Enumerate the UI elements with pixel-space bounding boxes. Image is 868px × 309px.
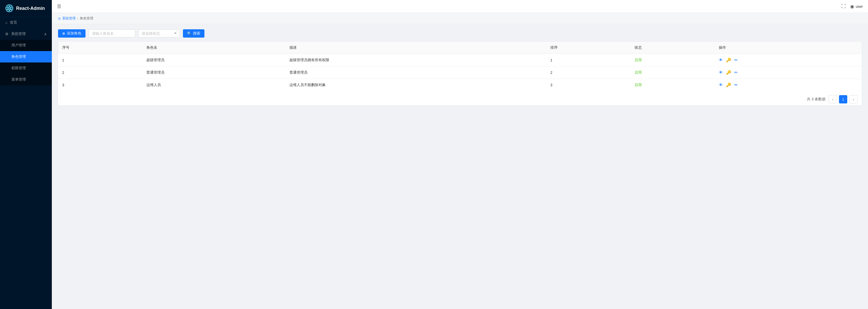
logo-icon bbox=[5, 4, 13, 12]
search-button[interactable]: 🔍 搜索 bbox=[183, 29, 205, 38]
cell-actions: 👁 🔑 ✏ bbox=[715, 54, 862, 66]
col-action: 操作 bbox=[715, 42, 862, 54]
pagination-total: 共 3 条数据 bbox=[807, 97, 826, 102]
home-icon: ⌂ bbox=[5, 21, 7, 25]
svg-point-4 bbox=[9, 8, 10, 9]
cell-index: 3 bbox=[58, 79, 142, 91]
search-btn-label: 搜索 bbox=[193, 31, 200, 36]
content-area: ⊕ 添加角色 请选择状态 启用 禁用 🔍 搜索 序号 角色名 bbox=[52, 24, 868, 309]
app-logo: React-Admin bbox=[0, 0, 52, 17]
cell-role-name: 运维人员 bbox=[142, 79, 285, 91]
cell-index: 2 bbox=[58, 66, 142, 79]
sidebar-item-user-mgmt[interactable]: 用户管理 bbox=[0, 40, 52, 51]
breadcrumb: ◎ 系统管理 / 角色管理 bbox=[52, 13, 868, 24]
search-icon: 🔍 bbox=[187, 31, 191, 35]
col-role-name: 角色名 bbox=[142, 42, 285, 54]
edit-button[interactable]: ✏ bbox=[734, 58, 738, 62]
header: ☰ ⛶ ◉ user bbox=[52, 0, 868, 13]
sidebar: React-Admin ⌂ 首页 ⚙ 系统管理 ∧ 用户管理 角色管理 权限管理… bbox=[0, 0, 52, 309]
role-table: 序号 角色名 描述 排序 状态 操作 1 超级管理员 超级管理员拥有所有权限 1… bbox=[58, 42, 862, 91]
edit-button[interactable]: ✏ bbox=[734, 70, 738, 75]
sidebar-group-system[interactable]: ⚙ 系统管理 ∧ bbox=[0, 28, 52, 40]
user-menu[interactable]: ◉ user bbox=[850, 4, 863, 9]
add-icon: ⊕ bbox=[62, 31, 65, 35]
table-header-row: 序号 角色名 描述 排序 状态 操作 bbox=[58, 42, 862, 54]
view-button[interactable]: 👁 bbox=[719, 58, 723, 62]
breadcrumb-parent[interactable]: 系统管理 bbox=[62, 16, 76, 21]
app-title: React-Admin bbox=[16, 6, 45, 11]
user-label: user bbox=[856, 4, 863, 8]
pagination-next[interactable]: › bbox=[849, 95, 858, 103]
cell-actions: 👁 🔑 ✏ bbox=[715, 79, 862, 91]
sidebar-item-role-mgmt[interactable]: 角色管理 bbox=[0, 51, 52, 62]
table-row: 2 普通管理员 普通管理员 2 启用 👁 🔑 ✏ bbox=[58, 66, 862, 79]
sidebar-submenu-system: 用户管理 角色管理 权限管理 菜单管理 bbox=[0, 40, 52, 85]
sidebar-item-label: 菜单管理 bbox=[11, 77, 26, 82]
cell-index: 1 bbox=[58, 54, 142, 66]
sidebar-item-perm-mgmt[interactable]: 权限管理 bbox=[0, 62, 52, 74]
pagination-prev[interactable]: ‹ bbox=[829, 95, 837, 103]
breadcrumb-icon: ◎ bbox=[58, 17, 61, 20]
add-role-label: 添加角色 bbox=[67, 31, 81, 36]
cell-sort: 1 bbox=[546, 54, 630, 66]
permission-button[interactable]: 🔑 bbox=[726, 70, 731, 75]
cell-role-name: 超级管理员 bbox=[142, 54, 285, 66]
role-table-card: 序号 角色名 描述 排序 状态 操作 1 超级管理员 超级管理员拥有所有权限 1… bbox=[58, 42, 862, 105]
edit-button[interactable]: ✏ bbox=[734, 83, 738, 87]
cell-desc: 超级管理员拥有所有权限 bbox=[285, 54, 546, 66]
table-row: 3 运维人员 运维人员不能删除对象 3 启用 👁 🔑 ✏ bbox=[58, 79, 862, 91]
chevron-up-icon: ∧ bbox=[44, 32, 46, 36]
role-name-input[interactable] bbox=[89, 30, 135, 37]
user-avatar-icon: ◉ bbox=[850, 4, 854, 9]
col-desc: 描述 bbox=[285, 42, 546, 54]
view-button[interactable]: 👁 bbox=[719, 70, 723, 75]
pagination-page-1[interactable]: 1 bbox=[839, 95, 847, 103]
breadcrumb-separator: / bbox=[77, 17, 78, 21]
cell-desc: 普通管理员 bbox=[285, 66, 546, 79]
col-sort: 排序 bbox=[546, 42, 630, 54]
view-button[interactable]: 👁 bbox=[719, 83, 723, 87]
status-select[interactable]: 请选择状态 启用 禁用 bbox=[138, 30, 180, 37]
system-mgmt-label: 系统管理 bbox=[11, 32, 26, 36]
cell-sort: 2 bbox=[546, 66, 630, 79]
menu-toggle-button[interactable]: ☰ bbox=[57, 4, 61, 9]
col-index: 序号 bbox=[58, 42, 142, 54]
add-role-button[interactable]: ⊕ 添加角色 bbox=[58, 29, 86, 38]
cell-role-name: 普通管理员 bbox=[142, 66, 285, 79]
cell-actions: 👁 🔑 ✏ bbox=[715, 66, 862, 79]
main-area: ☰ ⛶ ◉ user ◎ 系统管理 / 角色管理 ⊕ 添加角色 请选择状态 启用 bbox=[52, 0, 868, 309]
table-row: 1 超级管理员 超级管理员拥有所有权限 1 启用 👁 🔑 ✏ bbox=[58, 54, 862, 66]
toolbar: ⊕ 添加角色 请选择状态 启用 禁用 🔍 搜索 bbox=[58, 29, 862, 38]
cell-status: 启用 bbox=[630, 79, 715, 91]
sidebar-item-menu-mgmt[interactable]: 菜单管理 bbox=[0, 74, 52, 85]
sidebar-item-home[interactable]: ⌂ 首页 bbox=[0, 17, 52, 28]
permission-button[interactable]: 🔑 bbox=[726, 58, 731, 62]
fullscreen-button[interactable]: ⛶ bbox=[841, 4, 846, 9]
cell-desc: 运维人员不能删除对象 bbox=[285, 79, 546, 91]
pagination: 共 3 条数据 ‹ 1 › bbox=[58, 91, 862, 105]
gear-icon: ⚙ bbox=[5, 32, 8, 36]
permission-button[interactable]: 🔑 bbox=[726, 83, 731, 87]
cell-status: 启用 bbox=[630, 66, 715, 79]
sidebar-item-label: 权限管理 bbox=[11, 66, 26, 70]
home-label: 首页 bbox=[10, 20, 17, 25]
breadcrumb-current: 角色管理 bbox=[80, 16, 93, 21]
col-status: 状态 bbox=[630, 42, 715, 54]
sidebar-item-label: 用户管理 bbox=[11, 43, 26, 48]
cell-sort: 3 bbox=[546, 79, 630, 91]
sidebar-item-label: 角色管理 bbox=[11, 55, 26, 59]
cell-status: 启用 bbox=[630, 54, 715, 66]
table-body: 1 超级管理员 超级管理员拥有所有权限 1 启用 👁 🔑 ✏ 2 普通管理员 普… bbox=[58, 54, 862, 91]
